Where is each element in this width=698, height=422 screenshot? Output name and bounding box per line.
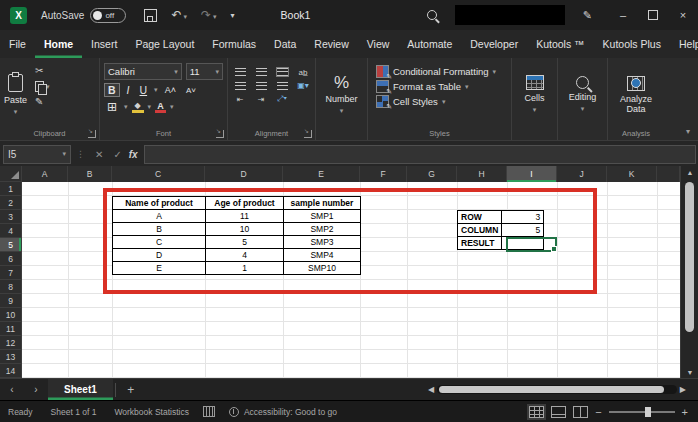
row-header-2[interactable]: 2 — [0, 196, 22, 210]
column-header-e[interactable]: E — [283, 166, 360, 182]
vertical-scrollbar[interactable]: ▲ ▼ — [680, 166, 698, 378]
zoom-in-button[interactable]: + — [682, 406, 688, 418]
column-header-partial[interactable] — [657, 166, 680, 182]
horizontal-scrollbar[interactable]: ◀ ▶ — [428, 385, 686, 394]
zoom-slider-thumb[interactable] — [645, 407, 651, 417]
column-header-f[interactable]: F — [360, 166, 407, 182]
tab-review[interactable]: Review — [305, 30, 357, 58]
row-header-5[interactable]: 5 — [0, 238, 22, 252]
cell[interactable]: SMP1 — [284, 210, 361, 223]
row-header-4[interactable]: 4 — [0, 224, 22, 238]
font-dialog-launcher-icon[interactable]: ↘ — [216, 130, 224, 138]
tab-insert[interactable]: Insert — [82, 30, 126, 58]
horizontal-scroll-track[interactable] — [437, 385, 677, 394]
column-header-h[interactable]: H — [457, 166, 507, 182]
cell[interactable]: E — [113, 262, 206, 275]
cell[interactable]: A — [113, 210, 206, 223]
result-label-cell[interactable]: RESULT — [458, 237, 502, 250]
row-header-3[interactable]: 3 — [0, 210, 22, 224]
tab-formulas[interactable]: Formulas — [203, 30, 265, 58]
paste-button[interactable]: Paste ▾ — [4, 63, 27, 126]
scroll-up-icon[interactable]: ▲ — [681, 166, 698, 178]
tab-kutools-plus[interactable]: Kutools Plus — [594, 30, 670, 58]
number-format-button[interactable]: % Number ▾ — [320, 63, 363, 126]
cell[interactable]: SMP3 — [284, 236, 361, 249]
tab-home[interactable]: Home — [35, 30, 82, 58]
workbook-statistics-button[interactable]: Workbook Statistics — [114, 407, 188, 417]
align-top-button[interactable] — [235, 68, 246, 76]
autosave-toggle[interactable]: off — [90, 8, 126, 23]
vertical-scroll-thumb[interactable] — [685, 182, 694, 332]
cells-button[interactable]: Cells ▾ — [516, 63, 553, 126]
ribbon-collapse-chevron-icon[interactable]: ▾ — [686, 127, 690, 136]
sheet-tab-sheet1[interactable]: Sheet1 — [48, 379, 113, 400]
align-bottom-button[interactable] — [276, 67, 289, 77]
align-left-button[interactable] — [235, 82, 246, 90]
redo-chevron-icon[interactable]: ▾ — [213, 13, 217, 20]
cell-styles-button[interactable]: Cell Styles ▾ — [376, 95, 507, 108]
undo-icon[interactable]: ↶▾ — [171, 8, 187, 22]
cell[interactable]: 4 — [206, 249, 284, 262]
font-color-chevron-icon[interactable]: ▾ — [170, 103, 174, 111]
accessibility-icon[interactable] — [229, 407, 239, 417]
zoom-out-button[interactable]: − — [595, 406, 601, 418]
row-header-11[interactable]: 11 — [0, 322, 22, 336]
font-size-select[interactable]: 11▾ — [186, 63, 223, 80]
cell[interactable]: SMP2 — [284, 223, 361, 236]
save-icon[interactable] — [144, 9, 157, 22]
product-table[interactable]: Name of product Age of product sample nu… — [112, 196, 361, 275]
cell[interactable]: SMP4 — [284, 249, 361, 262]
scroll-down-icon[interactable]: ▼ — [681, 366, 698, 378]
tab-page-layout[interactable]: Page Layout — [126, 30, 203, 58]
alignment-dialog-launcher-icon[interactable]: ↘ — [304, 130, 312, 138]
row-label-cell[interactable]: ROW — [458, 211, 502, 224]
cell[interactable]: 11 — [206, 210, 284, 223]
cell[interactable]: 1 — [206, 262, 284, 275]
product-table-header[interactable]: Name of product — [113, 197, 206, 210]
conditional-formatting-button[interactable]: Conditional Formatting ▾ — [376, 65, 507, 78]
insert-function-icon[interactable]: fx — [129, 149, 138, 160]
column-header-b[interactable]: B — [68, 166, 112, 182]
scroll-left-icon[interactable]: ◀ — [428, 385, 434, 394]
tab-automate[interactable]: Automate — [398, 30, 461, 58]
sheet-prev-icon[interactable]: ‹ — [0, 384, 24, 395]
tab-kutools[interactable]: Kutools ™ — [527, 30, 593, 58]
underline-chevron-icon[interactable]: ▾ — [154, 86, 158, 94]
row-header-7[interactable]: 7 — [0, 266, 22, 280]
orientation-button[interactable]: ⤢▾ — [277, 94, 287, 104]
editing-button[interactable]: Editing ▾ — [562, 63, 603, 126]
grow-font-button[interactable]: A˄ — [162, 85, 179, 95]
clipboard-dialog-launcher-icon[interactable]: ↘ — [88, 130, 96, 138]
product-table-header[interactable]: sample number — [284, 197, 361, 210]
quick-access-chevron-icon[interactable]: ▾ — [231, 11, 235, 20]
cancel-entry-icon[interactable]: ✕ — [95, 149, 103, 160]
select-all-corner[interactable] — [0, 166, 22, 182]
decrease-indent-button[interactable]: ⇤ — [237, 95, 244, 104]
row-header-1[interactable]: 1 — [0, 182, 22, 196]
row-value-cell[interactable]: 3 — [502, 211, 544, 224]
tab-developer[interactable]: Developer — [461, 30, 527, 58]
redo-icon[interactable]: ↷▾ — [201, 8, 217, 22]
column-header-g[interactable]: G — [407, 166, 457, 182]
shrink-font-button[interactable]: A˅ — [183, 86, 199, 95]
maximize-button[interactable] — [638, 0, 668, 30]
wrap-text-button[interactable]: ab̲ — [299, 68, 308, 77]
format-painter-button[interactable]: ✎ — [35, 97, 50, 107]
normal-view-button[interactable] — [529, 406, 544, 418]
italic-button[interactable]: I — [124, 84, 133, 96]
selected-cell-i5[interactable] — [506, 237, 557, 252]
row-header-8[interactable]: 8 — [0, 280, 22, 294]
accessibility-status[interactable]: Accessibility: Good to go — [244, 407, 337, 417]
confirm-entry-icon[interactable]: ✓ — [113, 149, 121, 160]
column-header-a[interactable]: A — [22, 166, 68, 182]
zoom-slider[interactable] — [609, 411, 675, 413]
tab-file[interactable]: File — [0, 30, 35, 58]
underline-button[interactable]: U — [137, 84, 151, 96]
row-header-9[interactable]: 9 — [0, 294, 22, 308]
row-header-12[interactable]: 12 — [0, 336, 22, 350]
tab-data[interactable]: Data — [265, 30, 305, 58]
tab-view[interactable]: View — [358, 30, 399, 58]
font-color-button[interactable]: A — [155, 102, 166, 113]
cell[interactable]: C — [113, 236, 206, 249]
row-header-6[interactable]: 6 — [0, 252, 22, 266]
